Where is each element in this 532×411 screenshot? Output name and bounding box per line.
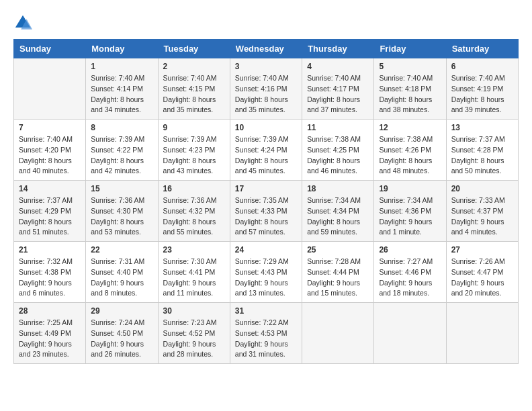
calendar-cell [14, 58, 86, 120]
calendar-cell: 23 Sunrise: 7:30 AMSunset: 4:41 PMDaylig… [158, 242, 230, 303]
calendar-cell: 19 Sunrise: 7:34 AMSunset: 4:36 PMDaylig… [374, 181, 446, 242]
day-info: Sunrise: 7:24 AMSunset: 4:50 PMDaylight:… [91, 318, 152, 360]
calendar-cell: 30 Sunrise: 7:23 AMSunset: 4:52 PMDaylig… [158, 303, 230, 364]
calendar-cell: 22 Sunrise: 7:31 AMSunset: 4:40 PMDaylig… [86, 242, 158, 303]
day-number: 26 [379, 245, 441, 255]
day-number: 11 [307, 123, 369, 132]
calendar-header-monday: Monday [86, 40, 158, 58]
day-number: 3 [235, 62, 297, 71]
calendar-cell [302, 303, 374, 364]
calendar-cell: 18 Sunrise: 7:34 AMSunset: 4:34 PMDaylig… [302, 181, 374, 242]
day-number: 18 [307, 184, 369, 193]
day-info: Sunrise: 7:36 AMSunset: 4:30 PMDaylight:… [91, 195, 152, 238]
calendar-header-saturday: Saturday [446, 40, 518, 58]
calendar-header-wednesday: Wednesday [230, 40, 302, 58]
day-info: Sunrise: 7:31 AMSunset: 4:40 PMDaylight:… [91, 257, 152, 299]
day-info: Sunrise: 7:39 AMSunset: 4:23 PMDaylight:… [163, 134, 225, 177]
day-info: Sunrise: 7:36 AMSunset: 4:32 PMDaylight:… [163, 195, 225, 238]
day-info: Sunrise: 7:28 AMSunset: 4:44 PMDaylight:… [307, 257, 369, 299]
day-info: Sunrise: 7:35 AMSunset: 4:33 PMDaylight:… [235, 195, 297, 238]
day-info: Sunrise: 7:40 AMSunset: 4:15 PMDaylight:… [163, 73, 225, 116]
day-number: 20 [451, 184, 513, 193]
day-info: Sunrise: 7:29 AMSunset: 4:43 PMDaylight:… [235, 257, 297, 299]
day-info: Sunrise: 7:37 AMSunset: 4:28 PMDaylight:… [451, 134, 513, 177]
day-number: 29 [91, 306, 152, 316]
calendar-cell: 29 Sunrise: 7:24 AMSunset: 4:50 PMDaylig… [86, 303, 158, 364]
calendar-week-row: 7 Sunrise: 7:40 AMSunset: 4:20 PMDayligh… [14, 120, 519, 181]
day-info: Sunrise: 7:38 AMSunset: 4:26 PMDaylight:… [379, 134, 441, 177]
calendar-cell: 5 Sunrise: 7:40 AMSunset: 4:18 PMDayligh… [374, 58, 446, 120]
calendar-cell [374, 303, 446, 364]
day-info: Sunrise: 7:34 AMSunset: 4:36 PMDaylight:… [379, 195, 441, 238]
day-number: 13 [451, 123, 513, 132]
day-info: Sunrise: 7:38 AMSunset: 4:25 PMDaylight:… [307, 134, 369, 177]
day-number: 30 [163, 306, 225, 316]
day-number: 2 [163, 62, 225, 71]
calendar-header-friday: Friday [374, 40, 446, 58]
calendar-header-tuesday: Tuesday [158, 40, 230, 58]
day-number: 15 [91, 184, 152, 193]
day-number: 31 [235, 306, 297, 316]
day-number: 4 [307, 62, 369, 71]
day-info: Sunrise: 7:34 AMSunset: 4:34 PMDaylight:… [307, 195, 369, 238]
calendar-header-row: SundayMondayTuesdayWednesdayThursdayFrid… [14, 40, 519, 58]
day-info: Sunrise: 7:40 AMSunset: 4:17 PMDaylight:… [307, 73, 369, 116]
calendar-cell: 17 Sunrise: 7:35 AMSunset: 4:33 PMDaylig… [230, 181, 302, 242]
calendar-header-sunday: Sunday [14, 40, 86, 58]
day-info: Sunrise: 7:37 AMSunset: 4:29 PMDaylight:… [19, 195, 81, 238]
day-info: Sunrise: 7:25 AMSunset: 4:49 PMDaylight:… [19, 318, 81, 360]
day-number: 27 [451, 245, 513, 255]
day-info: Sunrise: 7:40 AMSunset: 4:14 PMDaylight:… [91, 73, 152, 116]
day-number: 17 [235, 184, 297, 193]
day-info: Sunrise: 7:22 AMSunset: 4:53 PMDaylight:… [235, 318, 297, 360]
day-number: 12 [379, 123, 441, 132]
calendar-cell: 15 Sunrise: 7:36 AMSunset: 4:30 PMDaylig… [86, 181, 158, 242]
day-number: 14 [19, 184, 81, 193]
calendar-week-row: 14 Sunrise: 7:37 AMSunset: 4:29 PMDaylig… [14, 181, 519, 242]
calendar-cell: 31 Sunrise: 7:22 AMSunset: 4:53 PMDaylig… [230, 303, 302, 364]
day-info: Sunrise: 7:40 AMSunset: 4:20 PMDaylight:… [19, 134, 81, 177]
calendar-cell: 14 Sunrise: 7:37 AMSunset: 4:29 PMDaylig… [14, 181, 86, 242]
day-info: Sunrise: 7:30 AMSunset: 4:41 PMDaylight:… [163, 257, 225, 299]
calendar-cell: 3 Sunrise: 7:40 AMSunset: 4:16 PMDayligh… [230, 58, 302, 120]
day-number: 10 [235, 123, 297, 132]
calendar-week-row: 1 Sunrise: 7:40 AMSunset: 4:14 PMDayligh… [14, 58, 519, 120]
calendar-cell: 12 Sunrise: 7:38 AMSunset: 4:26 PMDaylig… [374, 120, 446, 181]
day-info: Sunrise: 7:39 AMSunset: 4:22 PMDaylight:… [91, 134, 152, 177]
day-info: Sunrise: 7:40 AMSunset: 4:18 PMDaylight:… [379, 73, 441, 116]
calendar-table: SundayMondayTuesdayWednesdayThursdayFrid… [13, 39, 519, 364]
day-info: Sunrise: 7:39 AMSunset: 4:24 PMDaylight:… [235, 134, 297, 177]
calendar-cell: 9 Sunrise: 7:39 AMSunset: 4:23 PMDayligh… [158, 120, 230, 181]
calendar-cell: 21 Sunrise: 7:32 AMSunset: 4:38 PMDaylig… [14, 242, 86, 303]
day-number: 8 [91, 123, 152, 132]
calendar-cell: 25 Sunrise: 7:28 AMSunset: 4:44 PMDaylig… [302, 242, 374, 303]
day-number: 19 [379, 184, 441, 193]
day-info: Sunrise: 7:23 AMSunset: 4:52 PMDaylight:… [163, 318, 225, 360]
day-info: Sunrise: 7:40 AMSunset: 4:19 PMDaylight:… [451, 73, 513, 116]
calendar-header-thursday: Thursday [302, 40, 374, 58]
calendar-week-row: 28 Sunrise: 7:25 AMSunset: 4:49 PMDaylig… [14, 303, 519, 364]
day-info: Sunrise: 7:33 AMSunset: 4:37 PMDaylight:… [451, 195, 513, 238]
calendar-cell: 1 Sunrise: 7:40 AMSunset: 4:14 PMDayligh… [86, 58, 158, 120]
day-number: 28 [19, 306, 81, 316]
calendar-cell: 10 Sunrise: 7:39 AMSunset: 4:24 PMDaylig… [230, 120, 302, 181]
calendar-cell: 24 Sunrise: 7:29 AMSunset: 4:43 PMDaylig… [230, 242, 302, 303]
calendar-week-row: 21 Sunrise: 7:32 AMSunset: 4:38 PMDaylig… [14, 242, 519, 303]
day-info: Sunrise: 7:40 AMSunset: 4:16 PMDaylight:… [235, 73, 297, 116]
logo-icon [13, 13, 32, 32]
calendar-cell: 16 Sunrise: 7:36 AMSunset: 4:32 PMDaylig… [158, 181, 230, 242]
day-number: 7 [19, 123, 81, 132]
day-number: 16 [163, 184, 225, 193]
day-number: 1 [91, 62, 152, 71]
logo [13, 13, 35, 32]
calendar-cell: 4 Sunrise: 7:40 AMSunset: 4:17 PMDayligh… [302, 58, 374, 120]
calendar-cell: 2 Sunrise: 7:40 AMSunset: 4:15 PMDayligh… [158, 58, 230, 120]
calendar-cell: 11 Sunrise: 7:38 AMSunset: 4:25 PMDaylig… [302, 120, 374, 181]
day-number: 25 [307, 245, 369, 255]
calendar-cell [446, 303, 518, 364]
day-number: 22 [91, 245, 152, 255]
page-header [13, 13, 519, 32]
day-info: Sunrise: 7:27 AMSunset: 4:46 PMDaylight:… [379, 257, 441, 299]
day-number: 6 [451, 62, 513, 71]
day-number: 24 [235, 245, 297, 255]
